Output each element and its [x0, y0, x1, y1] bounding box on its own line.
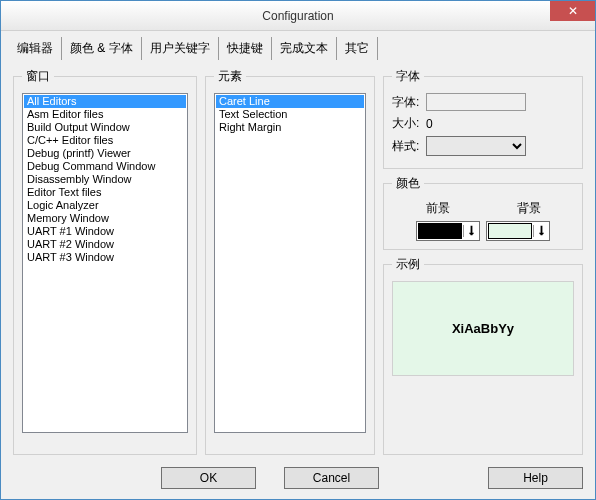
- color-legend: 颜色: [392, 175, 424, 192]
- ok-button[interactable]: OK: [161, 467, 256, 489]
- cancel-button[interactable]: Cancel: [284, 467, 379, 489]
- list-item[interactable]: Memory Window: [24, 212, 186, 225]
- dropdown-arrow-icon: 🠗: [533, 225, 549, 237]
- list-item[interactable]: Text Selection: [216, 108, 364, 121]
- windows-group: 窗口 All EditorsAsm Editor filesBuild Outp…: [13, 68, 197, 455]
- list-item[interactable]: UART #2 Window: [24, 238, 186, 251]
- list-item[interactable]: Editor Text files: [24, 186, 186, 199]
- tab-text-completion[interactable]: 完成文本: [272, 37, 337, 60]
- list-item[interactable]: Asm Editor files: [24, 108, 186, 121]
- tab-shortcuts[interactable]: 快捷键: [219, 37, 272, 60]
- fg-label: 前景: [426, 200, 450, 217]
- font-size-value: 0: [426, 117, 574, 131]
- tab-other[interactable]: 其它: [337, 37, 378, 60]
- right-column: 字体 字体: 大小: 0 样式: 颜色: [383, 68, 583, 455]
- color-group: 颜色 前景 背景 🠗 🠗: [383, 175, 583, 250]
- font-style-label: 样式:: [392, 138, 426, 155]
- list-item[interactable]: Logic Analyzer: [24, 199, 186, 212]
- sample-legend: 示例: [392, 256, 424, 273]
- config-dialog: Configuration ✕ 编辑器 颜色 & 字体 用户关键字 快捷键 完成…: [0, 0, 596, 500]
- font-group: 字体 字体: 大小: 0 样式:: [383, 68, 583, 169]
- fg-swatch: [418, 223, 462, 239]
- close-button[interactable]: ✕: [550, 1, 595, 21]
- elements-legend: 元素: [214, 68, 246, 85]
- font-family-label: 字体:: [392, 94, 426, 111]
- content-area: 窗口 All EditorsAsm Editor filesBuild Outp…: [1, 60, 595, 459]
- button-bar: OK Cancel Help: [1, 459, 595, 499]
- bg-color-picker[interactable]: 🠗: [486, 221, 550, 241]
- tab-colors-fonts[interactable]: 颜色 & 字体: [62, 37, 142, 60]
- elements-group: 元素 Caret LineText SelectionRight Margin: [205, 68, 375, 455]
- font-legend: 字体: [392, 68, 424, 85]
- font-family-field[interactable]: [426, 93, 526, 111]
- help-button[interactable]: Help: [488, 467, 583, 489]
- fg-color-picker[interactable]: 🠗: [416, 221, 480, 241]
- tab-editor[interactable]: 编辑器: [9, 37, 62, 60]
- tab-user-keywords[interactable]: 用户关键字: [142, 37, 219, 60]
- bg-swatch: [488, 223, 532, 239]
- font-size-label: 大小:: [392, 115, 426, 132]
- list-item[interactable]: UART #3 Window: [24, 251, 186, 264]
- tab-bar: 编辑器 颜色 & 字体 用户关键字 快捷键 完成文本 其它: [1, 31, 595, 60]
- bg-label: 背景: [517, 200, 541, 217]
- list-item[interactable]: Debug Command Window: [24, 160, 186, 173]
- sample-group: 示例 XiAaBbYy: [383, 256, 583, 455]
- list-item[interactable]: Caret Line: [216, 95, 364, 108]
- close-icon: ✕: [568, 4, 578, 18]
- list-item[interactable]: UART #1 Window: [24, 225, 186, 238]
- windows-legend: 窗口: [22, 68, 54, 85]
- dropdown-arrow-icon: 🠗: [463, 225, 479, 237]
- window-title: Configuration: [262, 9, 333, 23]
- font-style-select[interactable]: [426, 136, 526, 156]
- titlebar: Configuration ✕: [1, 1, 595, 31]
- list-item[interactable]: All Editors: [24, 95, 186, 108]
- sample-preview: XiAaBbYy: [392, 281, 574, 376]
- list-item[interactable]: C/C++ Editor files: [24, 134, 186, 147]
- list-item[interactable]: Disassembly Window: [24, 173, 186, 186]
- list-item[interactable]: Build Output Window: [24, 121, 186, 134]
- list-item[interactable]: Debug (printf) Viewer: [24, 147, 186, 160]
- elements-listbox[interactable]: Caret LineText SelectionRight Margin: [214, 93, 366, 433]
- list-item[interactable]: Right Margin: [216, 121, 364, 134]
- windows-listbox[interactable]: All EditorsAsm Editor filesBuild Output …: [22, 93, 188, 433]
